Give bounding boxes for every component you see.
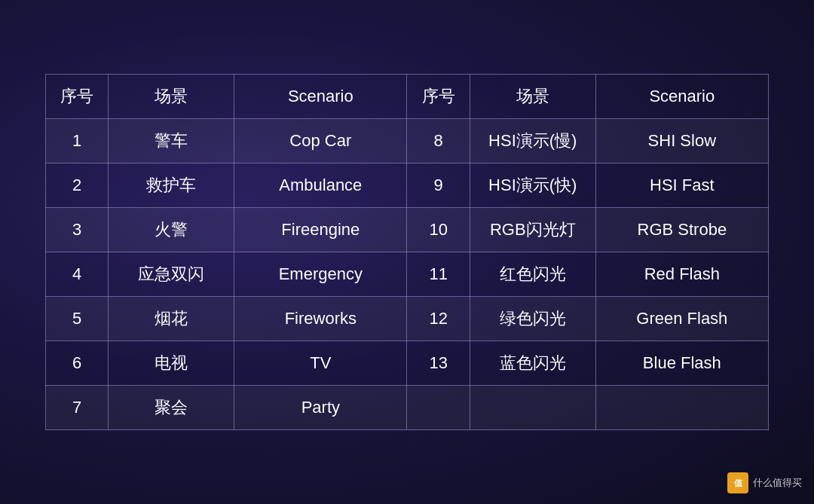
header-left-scene: 场景	[109, 75, 234, 119]
right-scene-cell: 蓝色闪光	[470, 341, 595, 386]
left-seq-cell: 2	[46, 163, 109, 208]
right-scene-cell: 绿色闪光	[470, 297, 595, 341]
left-seq-cell: 4	[46, 252, 109, 297]
watermark-label: 什么值得买	[753, 476, 802, 490]
header-right-scene: 场景	[470, 75, 595, 119]
left-scenario-cell: Emergency	[234, 252, 407, 297]
left-scene-cell: 聚会	[109, 386, 234, 430]
watermark-icon: 值	[727, 472, 748, 493]
right-scenario-cell	[595, 386, 768, 430]
left-scene-cell: 救护车	[109, 163, 234, 208]
right-scenario-cell: RGB Strobe	[595, 208, 768, 252]
right-scene-cell: HSI演示(快)	[470, 163, 595, 208]
left-scene-cell: 电视	[109, 341, 234, 386]
left-scene-cell: 应急双闪	[109, 252, 234, 297]
left-scene-cell: 警车	[109, 119, 234, 163]
right-scene-cell	[470, 386, 595, 430]
right-scene-cell: HSI演示(慢)	[470, 119, 595, 163]
right-seq-cell: 9	[407, 163, 470, 208]
right-scenario-cell: Blue Flash	[595, 341, 768, 386]
table-container: 序号 场景 Scenario 序号 场景 Scenario 1警车Cop Car…	[45, 74, 769, 430]
table-row: 4应急双闪Emergency11红色闪光Red Flash	[46, 252, 769, 297]
left-scenario-cell: Fireengine	[234, 208, 407, 252]
table-row: 7聚会Party	[46, 386, 769, 430]
left-scenario-cell: Fireworks	[234, 297, 407, 341]
right-seq-cell: 8	[407, 119, 470, 163]
right-scene-cell: RGB闪光灯	[470, 208, 595, 252]
right-scenario-cell: SHI Slow	[595, 119, 768, 163]
right-scene-cell: 红色闪光	[470, 252, 595, 297]
table-header-row: 序号 场景 Scenario 序号 场景 Scenario	[46, 75, 769, 119]
right-scenario-cell: Green Flash	[595, 297, 768, 341]
table-row: 1警车Cop Car8HSI演示(慢)SHI Slow	[46, 119, 769, 163]
table-row: 3火警Fireengine10RGB闪光灯RGB Strobe	[46, 208, 769, 252]
left-scenario-cell: Cop Car	[234, 119, 407, 163]
right-seq-cell: 10	[407, 208, 470, 252]
header-right-seq: 序号	[407, 75, 470, 119]
left-seq-cell: 7	[46, 386, 109, 430]
right-scenario-cell: Red Flash	[595, 252, 768, 297]
table-row: 6电视TV13蓝色闪光Blue Flash	[46, 341, 769, 386]
right-seq-cell	[407, 386, 470, 430]
table-row: 2救护车Ambulance9HSI演示(快)HSI Fast	[46, 163, 769, 208]
left-seq-cell: 5	[46, 297, 109, 341]
left-scene-cell: 烟花	[109, 297, 234, 341]
left-scene-cell: 火警	[109, 208, 234, 252]
scenario-table: 序号 场景 Scenario 序号 场景 Scenario 1警车Cop Car…	[45, 74, 769, 430]
right-seq-cell: 12	[407, 297, 470, 341]
header-left-scenario: Scenario	[234, 75, 407, 119]
watermark: 值 什么值得买	[727, 472, 802, 493]
right-seq-cell: 13	[407, 341, 470, 386]
left-scenario-cell: Party	[234, 386, 407, 430]
left-seq-cell: 1	[46, 119, 109, 163]
right-scenario-cell: HSI Fast	[595, 163, 768, 208]
left-seq-cell: 3	[46, 208, 109, 252]
header-right-scenario: Scenario	[595, 75, 768, 119]
header-left-seq: 序号	[46, 75, 109, 119]
left-scenario-cell: Ambulance	[234, 163, 407, 208]
table-row: 5烟花Fireworks12绿色闪光Green Flash	[46, 297, 769, 341]
left-seq-cell: 6	[46, 341, 109, 386]
right-seq-cell: 11	[407, 252, 470, 297]
left-scenario-cell: TV	[234, 341, 407, 386]
